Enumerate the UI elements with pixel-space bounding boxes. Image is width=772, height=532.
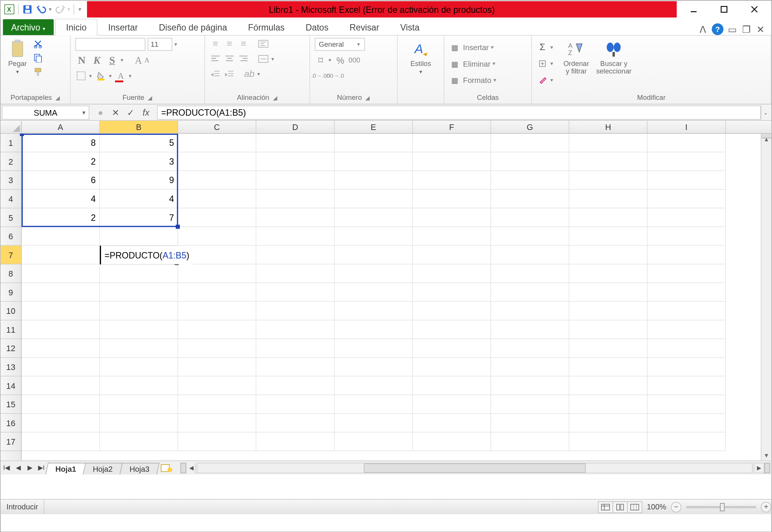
mdi-close-icon[interactable]: ✕ — [755, 24, 766, 35]
cell-B11[interactable] — [100, 320, 178, 339]
cell-H10[interactable] — [569, 302, 648, 321]
tab-view[interactable]: Vista — [390, 19, 430, 35]
cell-H8[interactable] — [569, 264, 648, 283]
sheet-nav-next-icon[interactable]: ▶ — [24, 462, 36, 474]
cut-icon[interactable] — [32, 38, 44, 50]
clear-icon[interactable] — [537, 74, 548, 86]
select-all-corner[interactable] — [1, 121, 22, 133]
cell-G2[interactable] — [491, 152, 570, 171]
cell-A16[interactable] — [21, 414, 100, 433]
cell-G6[interactable] — [491, 227, 570, 246]
cell-A6[interactable] — [21, 227, 100, 246]
cell-F16[interactable] — [413, 414, 491, 433]
cell-I17[interactable] — [648, 433, 726, 451]
row-header-15[interactable]: 15 — [1, 395, 21, 414]
align-bottom-icon[interactable]: ≡ — [237, 38, 249, 50]
cell-B2[interactable]: 3 — [100, 152, 178, 171]
cell-E16[interactable] — [335, 414, 413, 433]
cell-H9[interactable] — [569, 283, 648, 302]
column-header-G[interactable]: G — [491, 121, 570, 133]
row-header-5[interactable]: 5 — [1, 208, 21, 227]
copy-icon[interactable] — [32, 52, 44, 64]
cell-A15[interactable] — [21, 395, 100, 414]
italic-button[interactable]: K — [90, 54, 103, 67]
tab-formulas[interactable]: Fórmulas — [237, 19, 295, 35]
font-size-dropdown-icon[interactable]: ▼ — [173, 42, 178, 47]
cell-D8[interactable] — [256, 264, 335, 283]
zoom-percent[interactable]: 100% — [642, 503, 671, 511]
cell-F5[interactable] — [413, 208, 491, 227]
qat-customize-icon[interactable]: ▼ — [75, 7, 85, 12]
cell-I15[interactable] — [648, 395, 726, 414]
cell-E14[interactable] — [335, 376, 413, 395]
row-header-2[interactable]: 2 — [1, 152, 21, 171]
cell-C12[interactable] — [178, 339, 256, 358]
cell-C2[interactable] — [178, 152, 256, 171]
align-center-icon[interactable] — [224, 53, 235, 65]
cell-G16[interactable] — [491, 414, 570, 433]
cell-G13[interactable] — [491, 358, 570, 377]
sheet-tab-3[interactable]: Hoja3 — [120, 463, 160, 474]
cell-F17[interactable] — [413, 433, 491, 451]
cell-D11[interactable] — [256, 320, 335, 339]
undo-dropdown-icon[interactable]: ▼ — [48, 7, 52, 12]
cell-D9[interactable] — [256, 283, 335, 302]
percent-format-icon[interactable]: % — [334, 54, 346, 66]
cell-A4[interactable]: 4 — [21, 190, 100, 208]
cell-C6[interactable] — [178, 227, 256, 246]
align-left-icon[interactable] — [210, 53, 221, 65]
formula-cancel-icon[interactable]: ✕ — [109, 106, 122, 119]
tab-home[interactable]: Inicio — [55, 19, 98, 36]
cell-B15[interactable] — [100, 395, 178, 414]
cell-F15[interactable] — [413, 395, 491, 414]
cell-editor[interactable]: =PRODUCTO(A1:B5) — [101, 246, 193, 264]
horizontal-scrollbar[interactable] — [197, 463, 753, 473]
row-header-4[interactable]: 4 — [1, 190, 21, 208]
cell-F8[interactable] — [413, 264, 491, 283]
cell-H17[interactable] — [569, 433, 648, 451]
comma-format-icon[interactable]: 000 — [349, 54, 360, 66]
cell-D2[interactable] — [256, 152, 335, 171]
scroll-right-icon[interactable]: ▶ — [754, 463, 764, 473]
cell-F4[interactable] — [413, 190, 491, 208]
cell-D14[interactable] — [256, 376, 335, 395]
scroll-up-icon[interactable]: ▲ — [761, 134, 771, 144]
tab-data[interactable]: Datos — [295, 19, 339, 35]
horizontal-split-handle[interactable] — [181, 463, 186, 473]
cell-A9[interactable] — [21, 283, 100, 302]
cell-F2[interactable] — [413, 152, 491, 171]
vertical-scrollbar[interactable]: ▲ ▼ — [761, 134, 771, 460]
cell-H12[interactable] — [569, 339, 648, 358]
cell-F13[interactable] — [413, 358, 491, 377]
cell-A17[interactable] — [21, 433, 100, 451]
name-box[interactable]: SUMA▼ — [2, 105, 89, 119]
sheet-nav-last-icon[interactable]: ▶I — [35, 462, 47, 474]
maximize-button[interactable] — [711, 1, 737, 17]
cell-E8[interactable] — [335, 264, 413, 283]
cell-D12[interactable] — [256, 339, 335, 358]
cell-H3[interactable] — [569, 171, 648, 190]
number-format-select[interactable]: General▼ — [315, 38, 365, 51]
cell-B14[interactable] — [100, 376, 178, 395]
cell-A10[interactable] — [21, 302, 100, 321]
excel-app-icon[interactable]: X — [3, 3, 16, 16]
cell-B12[interactable] — [100, 339, 178, 358]
cell-F1[interactable] — [413, 134, 491, 153]
column-header-C[interactable]: C — [178, 121, 256, 133]
cell-D13[interactable] — [256, 358, 335, 377]
formula-bar-expand-icon[interactable]: ⌄ — [761, 105, 770, 119]
cell-G14[interactable] — [491, 376, 570, 395]
cell-G9[interactable] — [491, 283, 570, 302]
cell-B17[interactable] — [100, 433, 178, 451]
cell-B1[interactable]: 5 — [100, 134, 178, 153]
view-normal-icon[interactable] — [598, 501, 613, 513]
save-icon[interactable] — [21, 3, 34, 16]
row-header-14[interactable]: 14 — [1, 376, 21, 395]
cell-A1[interactable]: 8 — [21, 134, 100, 153]
paste-button[interactable]: Pegar▼ — [5, 38, 30, 77]
column-header-B[interactable]: B — [100, 121, 178, 133]
cell-B8[interactable] — [100, 264, 178, 283]
grow-font-icon[interactable]: A — [135, 55, 142, 66]
borders-icon[interactable] — [75, 70, 87, 82]
insert-cells-button[interactable]: ▦Insertar ▼ — [449, 41, 497, 53]
